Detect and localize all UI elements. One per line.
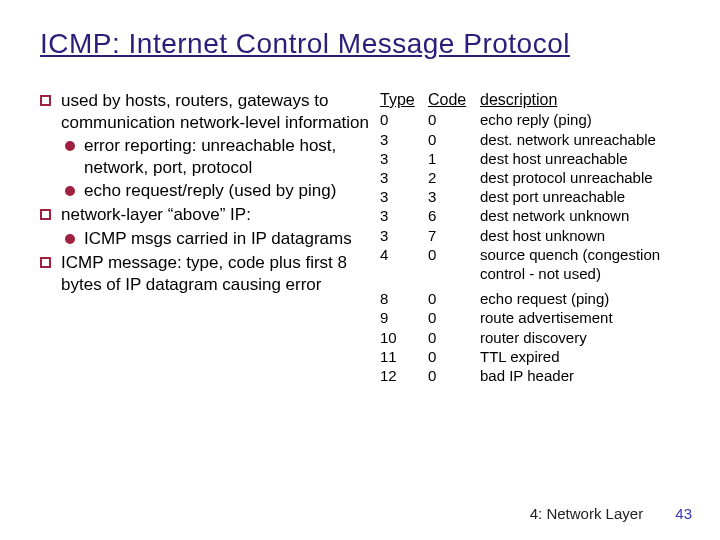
col-desc-header: description <box>480 90 690 110</box>
cell-type: 3 <box>380 226 428 245</box>
cell-code: 3 <box>428 187 480 206</box>
table-row: 110TTL expired <box>380 347 690 366</box>
table-row: 32dest protocol unreachable <box>380 168 690 187</box>
cell-desc: router discovery <box>480 328 690 347</box>
cell-code: 0 <box>428 130 480 149</box>
cell-code: 1 <box>428 149 480 168</box>
cell-desc: dest network unknown <box>480 206 690 225</box>
table-row: 36dest network unknown <box>380 206 690 225</box>
cell-type: 12 <box>380 366 428 385</box>
bullet-text: network-layer “above” IP: <box>61 205 251 224</box>
cell-type: 10 <box>380 328 428 347</box>
table-row: 31dest host unreachable <box>380 149 690 168</box>
square-bullet-icon <box>40 209 51 220</box>
cell-desc: dest host unknown <box>480 226 690 245</box>
table-row: 90route advertisement <box>380 308 690 327</box>
table-row: 80echo request (ping) <box>380 289 690 308</box>
table-header: Type Code description <box>380 90 690 110</box>
cell-type: 11 <box>380 347 428 366</box>
table-row: 40source quench (congestion control - no… <box>380 245 690 283</box>
cell-desc: bad IP header <box>480 366 690 385</box>
cell-code: 0 <box>428 328 480 347</box>
cell-code: 2 <box>428 168 480 187</box>
cell-type: 4 <box>380 245 428 283</box>
bullet-text: ICMP message: type, code plus first 8 by… <box>61 253 347 294</box>
list-item: used by hosts, routers, gateways to comm… <box>40 90 370 202</box>
cell-type: 8 <box>380 289 428 308</box>
circle-bullet-icon <box>65 234 75 244</box>
cell-desc: route advertisement <box>480 308 690 327</box>
bullet-list: used by hosts, routers, gateways to comm… <box>40 90 370 385</box>
icmp-table: Type Code description 00echo reply (ping… <box>370 90 690 385</box>
cell-code: 0 <box>428 366 480 385</box>
square-bullet-icon <box>40 257 51 268</box>
cell-type: 9 <box>380 308 428 327</box>
col-code-header: Code <box>428 90 480 110</box>
cell-desc: dest protocol unreachable <box>480 168 690 187</box>
cell-code: 6 <box>428 206 480 225</box>
cell-code: 0 <box>428 245 480 283</box>
footer-section: 4: Network Layer <box>530 505 643 522</box>
content-area: used by hosts, routers, gateways to comm… <box>0 60 720 385</box>
cell-type: 3 <box>380 130 428 149</box>
square-bullet-icon <box>40 95 51 106</box>
sub-list-item: error reporting: unreachable host, netwo… <box>61 135 370 179</box>
cell-code: 7 <box>428 226 480 245</box>
cell-type: 3 <box>380 187 428 206</box>
list-item: ICMP message: type, code plus first 8 by… <box>40 252 370 296</box>
sub-list-item: echo request/reply (used by ping) <box>61 180 370 202</box>
cell-desc: TTL expired <box>480 347 690 366</box>
sub-bullet-text: ICMP msgs carried in IP datagrams <box>84 228 352 250</box>
table-row: 30dest. network unreachable <box>380 130 690 149</box>
table-row: 37dest host unknown <box>380 226 690 245</box>
cell-desc: dest host unreachable <box>480 149 690 168</box>
cell-code: 0 <box>428 110 480 129</box>
circle-bullet-icon <box>65 186 75 196</box>
cell-code: 0 <box>428 308 480 327</box>
slide-title: ICMP: Internet Control Message Protocol <box>0 0 720 60</box>
cell-desc: echo request (ping) <box>480 289 690 308</box>
table-row: 120bad IP header <box>380 366 690 385</box>
cell-type: 0 <box>380 110 428 129</box>
cell-desc: source quench (congestion control - not … <box>480 245 690 283</box>
table-row: 100router discovery <box>380 328 690 347</box>
cell-type: 3 <box>380 168 428 187</box>
sub-list-item: ICMP msgs carried in IP datagrams <box>61 228 370 250</box>
cell-type: 3 <box>380 206 428 225</box>
bullet-text: used by hosts, routers, gateways to comm… <box>61 91 369 132</box>
page-number: 43 <box>675 505 692 522</box>
cell-code: 0 <box>428 347 480 366</box>
sub-bullet-text: echo request/reply (used by ping) <box>84 180 336 202</box>
table-row: 00echo reply (ping) <box>380 110 690 129</box>
table-row: 33dest port unreachable <box>380 187 690 206</box>
sub-bullet-text: error reporting: unreachable host, netwo… <box>84 135 370 179</box>
cell-code: 0 <box>428 289 480 308</box>
list-item: network-layer “above” IP: ICMP msgs carr… <box>40 204 370 249</box>
circle-bullet-icon <box>65 141 75 151</box>
slide-footer: 4: Network Layer 43 <box>530 505 692 522</box>
cell-type: 3 <box>380 149 428 168</box>
col-type-header: Type <box>380 90 428 110</box>
cell-desc: dest. network unreachable <box>480 130 690 149</box>
cell-desc: dest port unreachable <box>480 187 690 206</box>
cell-desc: echo reply (ping) <box>480 110 690 129</box>
